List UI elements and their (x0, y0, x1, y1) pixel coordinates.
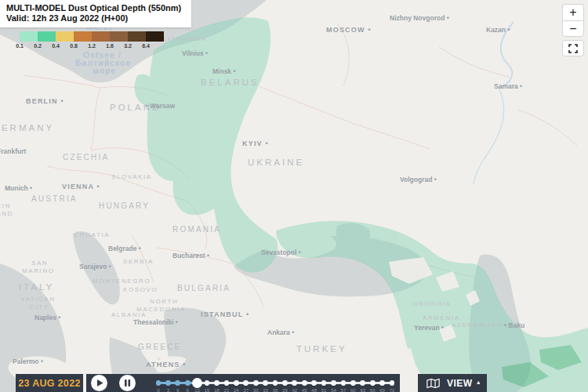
timeline-step[interactable] (321, 380, 327, 386)
timeline-step-label: 60 (350, 388, 356, 392)
legend-swatch (20, 31, 38, 42)
legend-value: 0.1 (16, 43, 24, 49)
forecast-title-box: MULTI-MODEL Dust Optical Depth (550nm) V… (0, 0, 191, 27)
timeline-step-label: 3 (167, 388, 169, 392)
view-menu-label: VIEW (447, 378, 473, 389)
timeline-step-label: 72 (390, 388, 395, 392)
timeline-step-label: 33 (263, 388, 268, 392)
zoom-control: + − (562, 4, 584, 56)
zoom-out-button[interactable]: − (562, 20, 584, 37)
timeline-step-label: 36 (273, 388, 278, 392)
chevron-up-icon: ▲ (476, 379, 481, 385)
timeline-step[interactable] (350, 380, 356, 386)
timeline-step[interactable] (224, 380, 230, 386)
legend-swatch (74, 31, 92, 42)
legend-swatch (110, 31, 128, 42)
timeline-step[interactable] (192, 378, 202, 388)
legend-swatch (128, 31, 146, 42)
timeline-step[interactable] (175, 380, 180, 386)
timeline-step[interactable] (302, 380, 307, 386)
timeline-step-label: 39 (282, 388, 288, 392)
timeline-step-label: 0 (157, 388, 159, 392)
timeline-step[interactable] (185, 380, 191, 386)
timeline-step[interactable] (253, 380, 259, 386)
fullscreen-icon (568, 44, 578, 53)
timeline-step[interactable] (390, 380, 395, 386)
legend-value: 1.6 (106, 43, 114, 49)
timeline-step-label: 57 (341, 388, 347, 392)
fullscreen-button[interactable] (562, 40, 584, 56)
legend-value: 0.2 (34, 43, 42, 49)
legend-swatch (38, 31, 56, 42)
timeline-step-label: 27 (243, 388, 249, 392)
map-canvas[interactable]: MOSCOW •Nizhny Novgorod •Kazan •Samara •… (0, 0, 588, 392)
timeline-step-label: 9 (187, 388, 189, 392)
pause-button[interactable] (119, 375, 136, 391)
timeline-step-label: 30 (253, 388, 259, 392)
playback-controls: 0369121518212427303336394245485154576063… (86, 374, 400, 392)
legend-values: 0.10.20.40.81.21.63.26.4 (20, 43, 164, 51)
timeline-step-label: 45 (302, 388, 307, 392)
forecast-valid-time: Valid: 12h 23 Aug 2022 (H+00) (6, 13, 187, 24)
timeline-step[interactable] (205, 380, 210, 386)
timeline-step[interactable] (165, 380, 171, 386)
map-icon (426, 378, 440, 389)
timeline-step-label: 42 (292, 388, 297, 392)
legend-value: 0.4 (52, 43, 60, 49)
timeline-step-label: 12 (194, 388, 200, 392)
timeline-step-label: 51 (321, 388, 327, 392)
timeline-step[interactable] (156, 380, 162, 386)
legend-swatch (146, 31, 164, 42)
timeline-step[interactable] (379, 380, 385, 386)
base-map-svg (0, 0, 588, 392)
timeline-step-label: 6 (176, 388, 179, 392)
timeline-step-label: 63 (360, 388, 365, 392)
timeline-track[interactable]: 0369121518212427303336394245485154576063… (151, 374, 400, 392)
timeline-step-label: 15 (205, 388, 210, 392)
dod-legend: 0.10.20.40.81.21.63.26.4 (20, 31, 164, 51)
timeline-step[interactable] (292, 380, 297, 386)
timeline-step-label: 18 (214, 388, 220, 392)
timeline-step-label: 66 (370, 388, 376, 392)
timeline-step[interactable] (214, 380, 220, 386)
zoom-in-button[interactable]: + (562, 4, 584, 20)
timeline-step[interactable] (263, 380, 268, 386)
timeline-step[interactable] (370, 380, 376, 386)
timeline-step[interactable] (282, 380, 288, 386)
pause-icon (125, 379, 127, 387)
timeline-step-label: 21 (224, 388, 230, 392)
timeline-step-label: 24 (234, 388, 239, 392)
legend-swatch (56, 31, 74, 42)
timeline-step[interactable] (273, 380, 278, 386)
timeline-date: 23 AUG 2022 (18, 378, 80, 389)
legend-value: 0.8 (70, 43, 78, 49)
timeline-step[interactable] (311, 380, 317, 386)
timeline-date-box: 23 AUG 2022 (16, 374, 83, 392)
legend-value: 6.4 (142, 43, 150, 49)
view-menu-button[interactable]: VIEW ▲ (418, 374, 487, 392)
timeline-step[interactable] (360, 380, 365, 386)
legend-swatches (20, 31, 164, 42)
forecast-title: MULTI-MODEL Dust Optical Depth (550nm) (6, 3, 187, 13)
timeline-step[interactable] (331, 380, 336, 386)
timeline-step-label: 69 (379, 388, 385, 392)
timeline-step[interactable] (243, 380, 249, 386)
timeline-step[interactable] (341, 380, 347, 386)
play-button[interactable] (91, 375, 107, 391)
timeline-step-label: 48 (311, 388, 317, 392)
legend-value: 1.2 (88, 43, 96, 49)
legend-value: 3.2 (124, 43, 132, 49)
timeline-step-label: 54 (331, 388, 336, 392)
timeline-step[interactable] (234, 380, 239, 386)
legend-swatch (92, 31, 110, 42)
